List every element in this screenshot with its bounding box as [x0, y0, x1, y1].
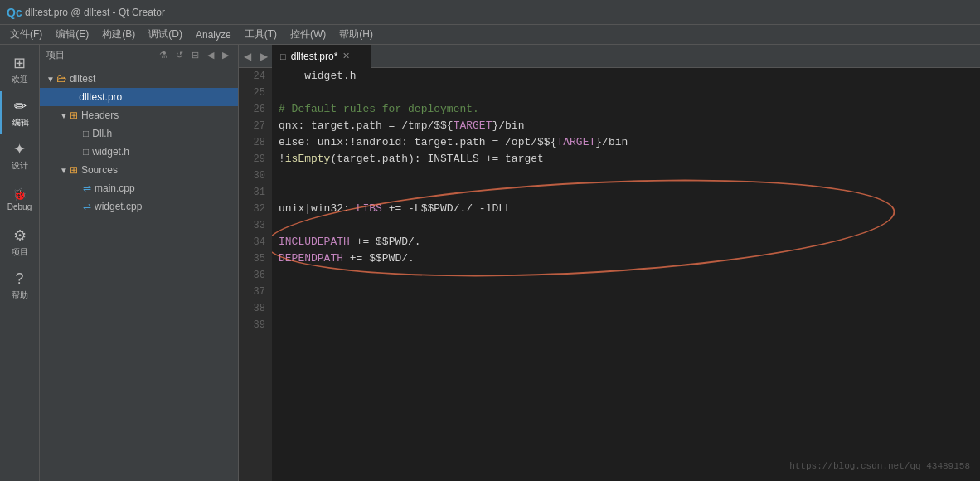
menubar-item-帮助H[interactable]: 帮助(H)	[332, 26, 380, 43]
code-editor[interactable]: 24 25 26 27 28 29 30 31 32 33 34 35 36 3…	[239, 68, 980, 481]
sidebar-item-debug[interactable]: 🐞 Debug	[0, 177, 40, 221]
tree-item-widget-h[interactable]: □ widget.h	[40, 143, 238, 161]
edit-icon: ✏	[14, 97, 27, 115]
tree-label-dlltest: dlltest	[70, 73, 95, 85]
sidebar-label-project: 项目	[12, 246, 28, 258]
next-btn[interactable]: ▶	[220, 49, 231, 61]
sidebar-label-debug: Debug	[7, 202, 32, 211]
line-num-39: 39	[239, 317, 265, 333]
titlebar-title: dlltest.pro @ dlltest - Qt Creator	[25, 7, 973, 18]
filter-btn[interactable]: ⚗	[157, 49, 170, 61]
sync-btn[interactable]: ↺	[173, 49, 186, 61]
code-span: qnx: target.path = /tmp/$${	[279, 118, 454, 134]
code-span: += -L$$PWD/./ -lDLL	[382, 201, 512, 217]
code-line-34: INCLUDEPATH += $$PWD/.	[279, 234, 973, 250]
project-icon: ⚙	[13, 226, 27, 245]
line-num-35: 35	[239, 250, 265, 267]
tree-label-widget-h: widget.h	[92, 146, 129, 158]
tab-label-dlltest-pro: dlltest.pro*	[291, 51, 338, 62]
tree-label-dll-h: Dll.h	[92, 128, 112, 139]
sidebar-item-edit[interactable]: ✏ 编辑	[0, 91, 40, 134]
line-num-24: 24	[239, 68, 265, 85]
tree-item-main-cpp[interactable]: ⇌ main.cpp	[40, 179, 238, 197]
code-span: }/bin	[492, 118, 524, 134]
code-span: isEmpty	[285, 151, 331, 168]
menubar-item-构建B[interactable]: 构建(B)	[95, 26, 142, 43]
project-panel: 项目 ⚗ ↺ ⊟ ◀ ▶ ▼ 🗁 dlltest □ dlltest.pro ▼	[40, 45, 239, 481]
headers-icon: ⊞	[70, 109, 78, 121]
sidebar-label-welcome: 欢迎	[12, 74, 28, 85]
help-icon: ?	[15, 270, 23, 288]
tree-label-widget-cpp: widget.cpp	[95, 201, 142, 212]
collapse-btn[interactable]: ⊟	[189, 49, 201, 61]
code-span: += $$PWD/.	[343, 250, 415, 267]
code-line-30	[279, 168, 973, 184]
tab-dlltest-pro[interactable]: □ dlltest.pro* ✕	[272, 45, 371, 68]
tab-prev-btn[interactable]: ◀	[239, 45, 255, 68]
code-content[interactable]: widget.h # Default rules for deployment.…	[272, 68, 980, 481]
arrow-icon: ▼	[60, 111, 68, 120]
design-icon: ✦	[13, 140, 26, 158]
watermark: https://blog.csdn.net/qq_43489158	[789, 458, 970, 474]
project-tree: ▼ 🗁 dlltest □ dlltest.pro ▼ ⊞ Headers □ …	[40, 66, 238, 481]
sidebar-label-design: 设计	[12, 160, 28, 172]
sidebar-icons: ⊞ 欢迎 ✏ 编辑 ✦ 设计 🐞 Debug ⚙ 项目 ? 帮助	[0, 45, 40, 481]
menubar-item-工具T[interactable]: 工具(T)	[238, 26, 284, 43]
tree-item-sources[interactable]: ▼ ⊞ Sources	[40, 161, 238, 179]
code-line-26: # Default rules for deployment.	[279, 101, 973, 118]
code-span: TARGET	[454, 118, 492, 134]
code-line-29: !isEmpty(target.path): INSTALLS += targe…	[279, 151, 973, 168]
code-span: !	[279, 151, 285, 168]
project-icon: 🗁	[56, 73, 66, 85]
sidebar-item-project[interactable]: ⚙ 项目	[0, 221, 40, 264]
line-num-25: 25	[239, 85, 265, 101]
code-line-27: qnx: target.path = /tmp/$${TARGET}/bin	[279, 118, 973, 134]
line-numbers: 24 25 26 27 28 29 30 31 32 33 34 35 36 3…	[239, 68, 272, 481]
line-num-29: 29	[239, 151, 265, 168]
menubar-item-调试D[interactable]: 调试(D)	[142, 26, 189, 43]
code-line-33	[279, 217, 973, 234]
menubar-item-控件W[interactable]: 控件(W)	[284, 26, 332, 43]
arrow-icon: ▼	[60, 166, 68, 175]
sidebar-label-help: 帮助	[12, 289, 28, 301]
tree-item-headers[interactable]: ▼ ⊞ Headers	[40, 106, 238, 124]
editor-area: ◀ ▶ □ dlltest.pro* ✕ 24 25 26 27 28 29 3…	[239, 45, 980, 481]
tree-label-main-cpp: main.cpp	[95, 182, 135, 194]
code-line-25	[279, 85, 973, 101]
tree-item-dll-h[interactable]: □ Dll.h	[40, 124, 238, 143]
line-num-34: 34	[239, 234, 265, 250]
menubar-item-文件F[interactable]: 文件(F)	[3, 26, 49, 43]
titlebar: Qc dlltest.pro @ dlltest - Qt Creator	[0, 0, 980, 25]
code-span: DEPENDPATH	[279, 250, 343, 267]
line-num-36: 36	[239, 267, 265, 284]
menubar-item-Analyze[interactable]: Analyze	[189, 27, 238, 42]
line-num-32: 32	[239, 201, 265, 217]
line-num-27: 27	[239, 118, 265, 134]
tree-item-dlltest[interactable]: ▼ 🗁 dlltest	[40, 70, 238, 88]
code-line-39	[279, 317, 973, 333]
tree-label-dlltest-pro: dlltest.pro	[79, 91, 122, 103]
code-line-28: else: unix:!android: target.path = /opt/…	[279, 134, 973, 151]
h-file-icon: □	[83, 128, 89, 139]
app-icon: Qc	[7, 6, 20, 19]
tab-file-icon: □	[280, 51, 286, 61]
code-span: unix|win32:	[279, 201, 357, 217]
tree-item-dlltest-pro[interactable]: □ dlltest.pro	[40, 88, 238, 106]
code-span: (target.path): INSTALLS += target	[330, 151, 543, 168]
code-line-36	[279, 267, 973, 284]
sidebar-item-welcome[interactable]: ⊞ 欢迎	[0, 48, 40, 91]
line-num-37: 37	[239, 284, 265, 300]
prev-btn[interactable]: ◀	[205, 49, 216, 61]
sidebar-item-design[interactable]: ✦ 设计	[0, 134, 40, 177]
tab-next-btn[interactable]: ▶	[255, 45, 272, 68]
code-line-37	[279, 284, 973, 300]
sources-icon: ⊞	[70, 164, 78, 176]
menubar-item-编辑E[interactable]: 编辑(E)	[49, 26, 95, 43]
sidebar-item-help[interactable]: ? 帮助	[0, 264, 40, 307]
tab-close-btn[interactable]: ✕	[342, 51, 350, 61]
main-layout: ⊞ 欢迎 ✏ 编辑 ✦ 设计 🐞 Debug ⚙ 项目 ? 帮助 项目 ⚗ ↺	[0, 45, 980, 481]
line-num-38: 38	[239, 300, 265, 317]
tab-bar: ◀ ▶ □ dlltest.pro* ✕	[239, 45, 980, 68]
code-line-35: DEPENDPATH += $$PWD/.	[279, 250, 973, 267]
tree-item-widget-cpp[interactable]: ⇌ widget.cpp	[40, 197, 238, 216]
